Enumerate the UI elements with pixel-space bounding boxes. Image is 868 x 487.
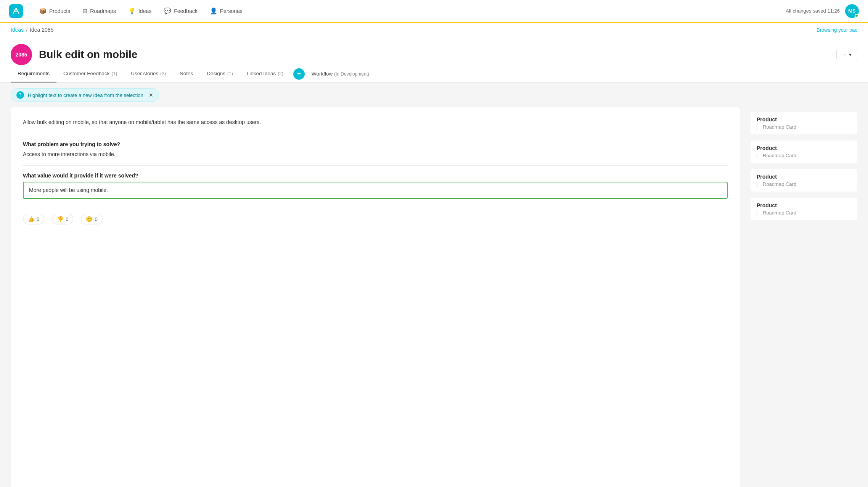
nav-items: 📦 Products ⊞ Roadmaps 💡 Ideas 💬 Feedback…: [34, 4, 786, 18]
ideas-icon: 💡: [128, 7, 136, 15]
sidebar-card-3-sub: Roadmap Card: [757, 181, 851, 187]
sidebar-card-2-title: Product: [757, 145, 851, 151]
tabs-bar: Requirements Customer Feedback (1) User …: [0, 65, 868, 83]
roadmaps-icon: ⊞: [82, 7, 87, 15]
tab-customer-feedback-count: (1): [112, 71, 117, 76]
tab-customer-feedback[interactable]: Customer Feedback (1): [56, 65, 124, 82]
neutral-icon: 😐: [86, 216, 92, 222]
tab-linked-ideas[interactable]: Linked Ideas (2): [240, 65, 290, 82]
nav-item-feedback[interactable]: 💬 Feedback: [158, 4, 203, 18]
problem-value: Access to more interactions via mobile.: [23, 150, 728, 158]
idea-description: Allow bulk editing on mobile, so that an…: [23, 118, 728, 126]
hint-bar: ? Highlight text to create a new Idea fr…: [0, 83, 868, 107]
breadcrumb-browse[interactable]: Browsing your bac: [817, 27, 857, 33]
breadcrumb-current: Idea 2085: [30, 27, 53, 33]
downvote-count: 0: [66, 216, 68, 222]
nav-item-ideas[interactable]: 💡 Ideas: [123, 4, 157, 18]
user-avatar[interactable]: MS: [845, 4, 859, 18]
sidebar-card-2: Product Roadmap Card: [751, 140, 857, 163]
tab-designs-label: Designs: [207, 71, 225, 76]
workflow-status: (In Development): [334, 71, 369, 77]
value-label: What value would it provide if it were s…: [23, 173, 728, 179]
products-icon: 📦: [39, 7, 47, 15]
add-tab-button[interactable]: +: [293, 68, 305, 80]
main-layout: Allow bulk editing on mobile, so that an…: [0, 107, 868, 487]
sidebar-card-3-title: Product: [757, 174, 851, 180]
nav-item-personas-label: Personas: [220, 8, 243, 14]
nav-item-roadmaps-label: Roadmaps: [90, 8, 116, 14]
tab-linked-ideas-count: (2): [278, 71, 283, 76]
breadcrumb-separator: /: [26, 27, 27, 33]
nav-item-products-label: Products: [49, 8, 70, 14]
problem-label: What problem are you trying to solve?: [23, 141, 728, 147]
neutral-vote-button[interactable]: 😐 0: [81, 214, 102, 224]
upvote-count: 0: [37, 216, 39, 222]
sidebar-card-4-sub: Roadmap Card: [757, 210, 851, 216]
app-logo[interactable]: [9, 4, 23, 18]
divider-2: [23, 165, 728, 166]
sidebar-card-4: Product Roadmap Card: [751, 198, 857, 220]
tab-notes-label: Notes: [180, 71, 193, 76]
tab-user-stories[interactable]: User stories (2): [124, 65, 173, 82]
personas-icon: 👤: [210, 7, 217, 15]
tab-designs[interactable]: Designs (1): [200, 65, 240, 82]
tab-user-stories-count: (2): [160, 71, 166, 76]
divider-3: [23, 206, 728, 206]
tab-notes[interactable]: Notes: [173, 65, 200, 82]
nav-item-products[interactable]: 📦 Products: [34, 4, 76, 18]
nav-item-roadmaps[interactable]: ⊞ Roadmaps: [77, 4, 121, 18]
value-field-text: More people will be using mobile.: [29, 187, 108, 193]
nav-right: All changes saved 11:26 MS: [786, 4, 859, 18]
neutral-count: 0: [95, 216, 97, 222]
thumbs-up-icon: 👍: [28, 216, 34, 222]
page-header: 2085 Bulk edit on mobile ··· ▾: [0, 37, 868, 65]
votes-row: 👍 0 👎 0 😐 0: [23, 214, 728, 224]
page-title: Bulk edit on mobile: [39, 48, 829, 61]
sidebar-card-1-title: Product: [757, 116, 851, 123]
feedback-icon: 💬: [164, 7, 171, 15]
sidebar-card-4-title: Product: [757, 202, 851, 208]
thumbs-down-icon: 👎: [57, 216, 63, 222]
breadcrumb-parent[interactable]: Ideas: [11, 27, 24, 33]
sidebar-card-3: Product Roadmap Card: [751, 169, 857, 192]
workflow-label: Workflow: [312, 71, 333, 77]
tab-user-stories-label: User stories: [131, 71, 158, 76]
nav-item-personas[interactable]: 👤 Personas: [204, 4, 248, 18]
tab-requirements-label: Requirements: [18, 71, 50, 76]
tab-requirements[interactable]: Requirements: [11, 65, 56, 82]
tab-designs-count: (1): [227, 71, 233, 76]
nav-item-ideas-label: Ideas: [138, 8, 151, 14]
tab-linked-ideas-label: Linked Ideas: [247, 71, 276, 76]
top-nav: 📦 Products ⊞ Roadmaps 💡 Ideas 💬 Feedback…: [0, 0, 868, 23]
sidebar-card-2-sub: Roadmap Card: [757, 153, 851, 158]
sidebar-card-1: Product Roadmap Card: [751, 112, 857, 134]
chevron-down-icon: ▾: [849, 52, 852, 58]
sidebar: Product Roadmap Card Product Roadmap Car…: [751, 107, 857, 487]
divider-1: [23, 134, 728, 134]
idea-badge: 2085: [11, 44, 32, 65]
upvote-button[interactable]: 👍 0: [23, 214, 44, 224]
breadcrumb-bar: Ideas / Idea 2085 Browsing your bac: [0, 23, 868, 37]
value-field[interactable]: More people will be using mobile.: [23, 182, 728, 199]
sidebar-card-1-sub: Roadmap Card: [757, 124, 851, 130]
hint-text: Highlight text to create a new Idea from…: [28, 92, 143, 98]
hint-pill: ? Highlight text to create a new Idea fr…: [11, 88, 159, 102]
downvote-button[interactable]: 👎 0: [52, 214, 73, 224]
save-status: All changes saved 11:26: [786, 8, 840, 14]
tab-customer-feedback-label: Customer Feedback: [63, 71, 110, 76]
hint-question-icon: ?: [16, 91, 24, 99]
more-options-button[interactable]: ··· ▾: [836, 49, 857, 60]
nav-item-feedback-label: Feedback: [174, 8, 197, 14]
hint-close-button[interactable]: ✕: [149, 92, 153, 98]
tab-workflow[interactable]: Workflow (In Development): [305, 66, 376, 82]
avatar-online-dot: [855, 14, 858, 18]
main-content: Allow bulk editing on mobile, so that an…: [11, 107, 740, 487]
